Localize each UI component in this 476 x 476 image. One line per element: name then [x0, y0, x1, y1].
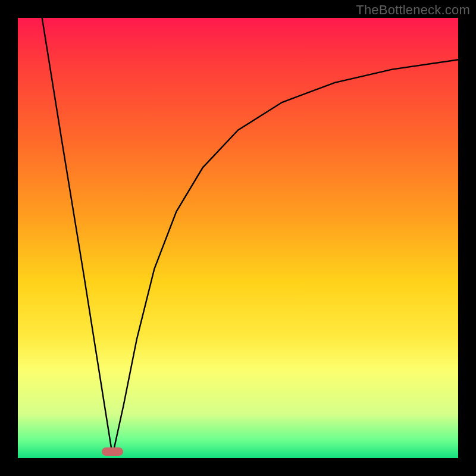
curve-svg: [18, 18, 458, 458]
bottleneck-curve: [42, 18, 458, 456]
plot-area: [18, 18, 458, 458]
minimum-marker: [102, 447, 123, 456]
watermark-text: TheBottleneck.com: [356, 2, 470, 18]
outer-frame: TheBottleneck.com: [0, 0, 476, 476]
